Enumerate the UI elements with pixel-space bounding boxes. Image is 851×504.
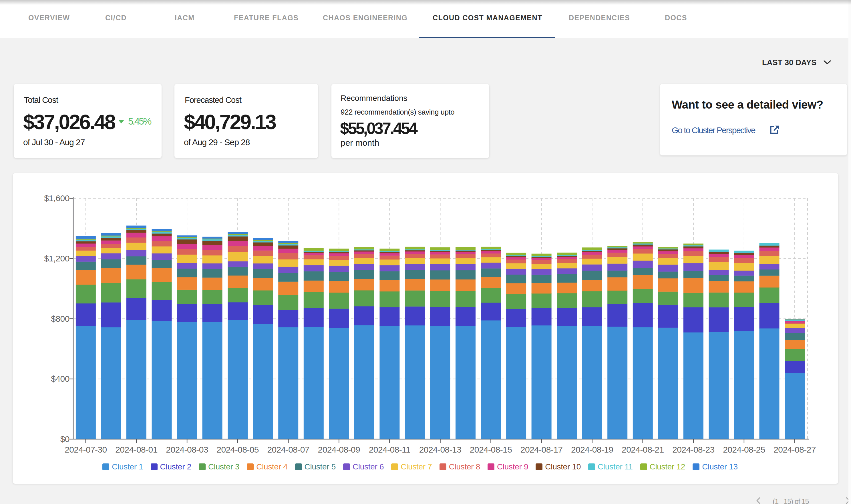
svg-text:2024-08-01: 2024-08-01 <box>115 445 157 454</box>
svg-text:2024-08-07: 2024-08-07 <box>267 445 309 454</box>
svg-text:2024-08-03: 2024-08-03 <box>166 445 208 454</box>
svg-text:2024-08-15: 2024-08-15 <box>470 445 512 454</box>
svg-text:2024-08-23: 2024-08-23 <box>672 445 714 454</box>
svg-text:2024-08-21: 2024-08-21 <box>622 445 664 454</box>
svg-text:$1,200: $1,200 <box>44 254 69 263</box>
svg-text:2024-08-17: 2024-08-17 <box>520 445 562 454</box>
svg-text:$1,600: $1,600 <box>44 194 69 203</box>
svg-text:2024-08-05: 2024-08-05 <box>216 445 259 454</box>
svg-text:2024-08-13: 2024-08-13 <box>419 445 461 454</box>
svg-text:2024-08-19: 2024-08-19 <box>571 445 613 454</box>
svg-text:$800: $800 <box>51 314 69 323</box>
svg-text:$400: $400 <box>51 374 69 383</box>
svg-text:2024-08-25: 2024-08-25 <box>723 445 765 454</box>
svg-text:$0: $0 <box>60 434 69 444</box>
svg-text:2024-08-27: 2024-08-27 <box>774 445 816 454</box>
svg-text:2024-08-11: 2024-08-11 <box>369 445 410 454</box>
svg-text:2024-08-09: 2024-08-09 <box>318 445 360 454</box>
svg-text:2024-07-30: 2024-07-30 <box>65 445 107 454</box>
